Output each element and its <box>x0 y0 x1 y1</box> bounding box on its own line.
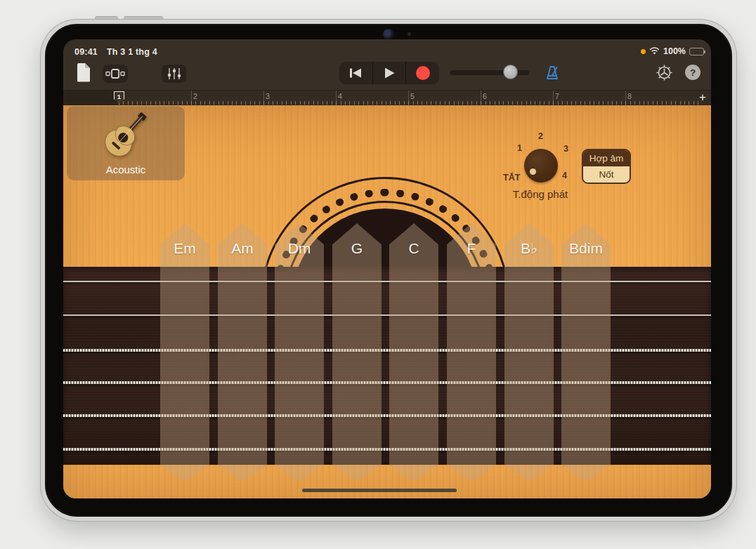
chord-label: G <box>332 240 382 257</box>
toggle-option-chords[interactable]: Hợp âm <box>583 150 630 166</box>
garageband-screen: 09:41 Th 3 1 thg 4 100% <box>63 39 711 498</box>
metronome-button[interactable] <box>544 65 561 81</box>
chord-strip-f[interactable]: F <box>447 223 496 482</box>
wifi-icon <box>649 47 660 55</box>
acoustic-guitar-image <box>94 107 157 162</box>
metronome-icon <box>544 65 561 81</box>
guitar-body: EmAmDmGCFB♭Bdim Acoustic 2 <box>63 105 711 498</box>
chord-label: Am <box>218 240 267 257</box>
chord-strip-am[interactable]: Am <box>218 223 267 482</box>
ruler-bar-7: 7 <box>553 91 554 105</box>
scene: 09:41 Th 3 1 thg 4 100% <box>0 0 756 549</box>
chord-strip-c[interactable]: C <box>389 223 438 482</box>
status-bar: 09:41 Th 3 1 thg 4 100% <box>63 39 711 60</box>
knob-indicator-dot <box>530 168 536 175</box>
add-bars-button[interactable]: + <box>699 91 706 105</box>
autoplay-pos-1[interactable]: 1 <box>517 143 522 153</box>
tracks-view-icon <box>105 69 125 79</box>
ruler-bar-6: 6 <box>481 91 481 105</box>
instrument-name: Acoustic <box>67 164 185 176</box>
record-icon <box>416 66 430 80</box>
faders-icon <box>167 67 182 80</box>
chord-label: Dm <box>275 240 324 257</box>
toggle-option-notes[interactable]: Nốt <box>583 166 630 183</box>
chord-label: F <box>447 240 496 257</box>
autoplay-pos-3[interactable]: 3 <box>563 144 568 154</box>
chord-strip-g[interactable]: G <box>332 223 382 482</box>
transport-controls <box>339 62 439 84</box>
status-time: 09:41 <box>74 47 98 57</box>
volume-slider[interactable] <box>450 65 529 80</box>
instrument-card-acoustic[interactable]: Acoustic <box>67 106 185 180</box>
ruler-bar-2: 2 <box>191 91 192 105</box>
front-camera-icon <box>383 29 394 40</box>
autoplay-pos-2[interactable]: 2 <box>538 131 543 141</box>
gear-icon <box>656 64 673 81</box>
ruler-bar-5: 5 <box>408 91 409 105</box>
battery-icon <box>689 48 704 55</box>
track-controls-button[interactable] <box>162 65 186 83</box>
rewind-button[interactable] <box>339 62 372 84</box>
light-sensor-dot <box>408 32 411 36</box>
orange-privacy-dot <box>641 49 646 54</box>
play-icon <box>384 67 395 79</box>
chord-label: B♭ <box>504 240 554 257</box>
timeline-ruler[interactable]: 2345678 1 + <box>63 90 711 105</box>
chord-strip-bdim[interactable]: Bdim <box>561 223 611 482</box>
autoplay-off-label[interactable]: TẮT <box>503 173 520 183</box>
ruler-bar-4: 4 <box>336 91 337 105</box>
chord-label: Em <box>160 240 209 257</box>
settings-button[interactable] <box>656 64 673 81</box>
chord-strip-dm[interactable]: Dm <box>275 223 324 482</box>
autoplay-pos-4[interactable]: 4 <box>562 171 567 180</box>
help-button[interactable]: ? <box>685 65 700 80</box>
volume-slider-knob[interactable] <box>503 65 518 79</box>
ruler-ticks <box>119 101 700 105</box>
record-button[interactable] <box>405 62 439 84</box>
tracks-view-button[interactable] <box>103 65 128 83</box>
ruler-bar-8: 8 <box>625 91 626 105</box>
my-songs-button[interactable] <box>76 62 91 82</box>
chord-strip-b♭[interactable]: B♭ <box>504 223 554 482</box>
home-indicator[interactable] <box>302 489 457 492</box>
battery-percent: 100% <box>663 46 686 56</box>
autoplay-knob[interactable] <box>524 149 558 183</box>
rewind-icon <box>349 68 362 78</box>
chord-label: C <box>389 240 438 257</box>
ruler-bar-3: 3 <box>263 91 264 105</box>
play-button[interactable] <box>372 62 406 84</box>
chord-strip-em[interactable]: Em <box>160 223 209 482</box>
autoplay-caption: T.động phát <box>495 188 586 200</box>
status-date: Th 3 1 thg 4 <box>107 47 157 57</box>
ruler-preroll <box>63 91 119 105</box>
chords-notes-toggle: Hợp âm Nốt <box>582 149 631 184</box>
chord-label: Bdim <box>561 240 611 257</box>
